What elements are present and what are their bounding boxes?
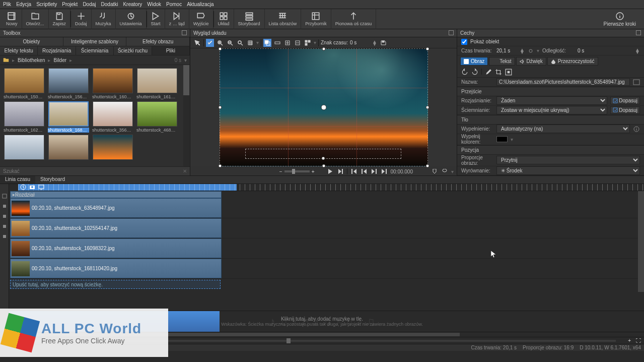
- gutter-icon[interactable]: [0, 201, 9, 211]
- timeline-scrollbar-v[interactable]: [638, 191, 644, 311]
- menu-scriptlety[interactable]: Scriptlety: [36, 2, 57, 7]
- menu-dodatki[interactable]: Dodatki: [101, 2, 118, 7]
- link-icon[interactable]: [528, 48, 534, 54]
- edit-icon[interactable]: [485, 69, 492, 76]
- zoom-in-icon[interactable]: [216, 39, 224, 47]
- thumbnail[interactable]: shutterstock_16195...: [136, 68, 178, 99]
- timestamp-value[interactable]: 0 s: [350, 40, 370, 45]
- fadein-select[interactable]: Żaden: [496, 96, 607, 105]
- tab-pliki[interactable]: Pliki: [152, 46, 190, 55]
- toolbar-start[interactable]: Start: [147, 9, 165, 29]
- zoom-out-icon[interactable]: [226, 39, 234, 47]
- duration-value[interactable]: 20,1 s: [496, 48, 517, 53]
- thumbnail[interactable]: shutterstock_46865710: [136, 101, 178, 133]
- tab-inteligentne-szablony[interactable]: Inteligentne szablony: [63, 37, 127, 46]
- tab-ścieżki-ruchu[interactable]: Ścieżki ruchu: [114, 46, 152, 55]
- tab-ściemniania[interactable]: Ściemniania: [76, 46, 114, 55]
- menu-pomoc[interactable]: Pomoc: [166, 2, 182, 7]
- gutter-icon[interactable]: [0, 191, 9, 201]
- clip[interactable]: 00:20.10, shutterstock_102554147.jpg: [10, 218, 222, 238]
- show-object-checkbox[interactable]: [461, 39, 467, 45]
- toolbar-przybornik[interactable]: Przybornik: [301, 9, 331, 29]
- thumbnail[interactable]: shutterstock_16098322: [92, 68, 134, 99]
- breadcrumb-1[interactable]: Bilder: [53, 57, 66, 63]
- toolbar-ustawienia[interactable]: Ustawienia: [116, 9, 147, 29]
- preview-collapse-icon[interactable]: [449, 30, 454, 35]
- tab-timeline[interactable]: Linia czasu: [0, 176, 35, 184]
- thumbnail[interactable]: [92, 135, 134, 161]
- toolbar-wyjcie[interactable]: Wyjście: [189, 9, 213, 29]
- name-field[interactable]: [496, 78, 630, 86]
- toolbar-ukad[interactable]: Układ: [214, 9, 234, 29]
- menu-aktualizacja[interactable]: Aktualizacja: [187, 2, 213, 7]
- gutter-icon[interactable]: [0, 211, 9, 221]
- thumbnail[interactable]: shutterstock_168110...: [47, 101, 90, 133]
- thumbnail[interactable]: shutterstock_35613667: [92, 101, 134, 133]
- add-keyframe-icon[interactable]: [283, 39, 292, 47]
- thumbnail[interactable]: shutterstock_16220...: [3, 101, 45, 133]
- step-back-button[interactable]: [361, 168, 368, 175]
- marker-icon[interactable]: [431, 168, 438, 175]
- fill-select[interactable]: Automatyczny (na): [496, 125, 630, 133]
- search-input[interactable]: Szukać: [3, 168, 20, 174]
- toolbar-pionowaoczasu[interactable]: Pionowa oś czasu: [331, 9, 377, 29]
- clip[interactable]: 00:20.10, shutterstock_168110420.jpg: [10, 259, 222, 278]
- checkmark-tool-icon[interactable]: [206, 39, 214, 47]
- clip[interactable]: 00:20.10, shutterstock_63548947.jpg: [10, 198, 222, 218]
- fit-fadeout-button[interactable]: Dopasuj: [610, 106, 640, 114]
- clip[interactable]: 00:20.10, shutterstock_16098322.jpg: [10, 238, 222, 258]
- rotate-right-icon[interactable]: [471, 69, 478, 76]
- gutter-icon[interactable]: [0, 221, 9, 231]
- tab-efekty-obrazu[interactable]: Efekty obrazu: [126, 37, 190, 46]
- tab-sound[interactable]: Dźwięk: [516, 57, 546, 66]
- tl-zoom-fit-icon[interactable]: ⛶: [633, 338, 644, 343]
- toolbar-muzyka[interactable]: Muzyka: [92, 9, 116, 29]
- thumbnail[interactable]: [47, 135, 90, 161]
- crop-icon[interactable]: [495, 69, 502, 76]
- toolbar-zapisz[interactable]: Zapisz: [49, 9, 71, 29]
- timeline-ruler[interactable]: [18, 184, 644, 191]
- folder-icon[interactable]: [3, 57, 9, 63]
- delay-stepper[interactable]: ▲▼: [635, 48, 640, 53]
- zoom-slider[interactable]: [284, 170, 310, 172]
- settings-square-icon[interactable]: [505, 69, 512, 76]
- menu-dodaj[interactable]: Dodaj: [83, 2, 96, 7]
- preview-canvas[interactable]: [190, 48, 457, 166]
- tab-text[interactable]: Tekst: [489, 57, 515, 66]
- duration-stepper[interactable]: ▲▼: [520, 48, 525, 53]
- toolbar-otwrz[interactable]: Otwórz...: [22, 9, 49, 29]
- save-frame-icon[interactable]: [379, 39, 387, 47]
- thumbs-scrollbar[interactable]: [183, 65, 189, 166]
- menu-edycja[interactable]: Edycja: [16, 2, 31, 7]
- tab-efekty-tekstu[interactable]: Efekty tekstu: [0, 46, 38, 55]
- zoom-fit-icon[interactable]: [236, 39, 244, 47]
- thumbnail[interactable]: shutterstock_15055...: [3, 68, 45, 99]
- align-select[interactable]: ✳ Środek: [496, 166, 640, 175]
- timeline-track[interactable]: 00:20.10, shutterstock_102554147.jpg: [10, 218, 638, 238]
- timeline-track[interactable]: 00:20.10, shutterstock_63548947.jpg: [10, 198, 638, 218]
- timeline-track[interactable]: 00:20.10, shutterstock_16098322.jpg: [10, 238, 638, 259]
- menu-projekt[interactable]: Projekt: [62, 2, 78, 7]
- zoom-minus-icon[interactable]: −: [279, 169, 282, 174]
- timeline-track[interactable]: 00:20.10, shutterstock_168110420.jpg: [10, 259, 638, 279]
- overlay-icon[interactable]: [263, 39, 271, 47]
- play-from-button[interactable]: [337, 168, 344, 175]
- loop-icon[interactable]: [441, 168, 448, 175]
- props-collapse-icon[interactable]: [636, 30, 641, 35]
- menu-widok[interactable]: Widok: [147, 2, 161, 7]
- toolbar-ztd[interactable]: z … tąd: [165, 9, 189, 29]
- first-steps-button[interactable]: Pierwsze kroki: [598, 10, 642, 28]
- fit-fadein-button[interactable]: Dopasuj: [610, 97, 640, 104]
- goto-start-button[interactable]: [350, 168, 357, 175]
- thumbnail[interactable]: [3, 135, 45, 161]
- breadcrumb-dropdown-icon[interactable]: ▾: [184, 57, 187, 63]
- tab-storyboard[interactable]: Storyboard: [35, 176, 70, 184]
- step-fwd-button[interactable]: [371, 168, 378, 175]
- breadcrumb-0[interactable]: Bibliotheken: [18, 57, 45, 63]
- select-tool-icon[interactable]: [193, 39, 201, 47]
- play-button[interactable]: [327, 168, 334, 175]
- timestamp-stepper[interactable]: ▲▼: [372, 40, 377, 45]
- grid-icon[interactable]: [246, 39, 254, 47]
- color-dropdown-icon[interactable]: ▾: [511, 137, 513, 142]
- color-swatch[interactable]: [496, 136, 508, 142]
